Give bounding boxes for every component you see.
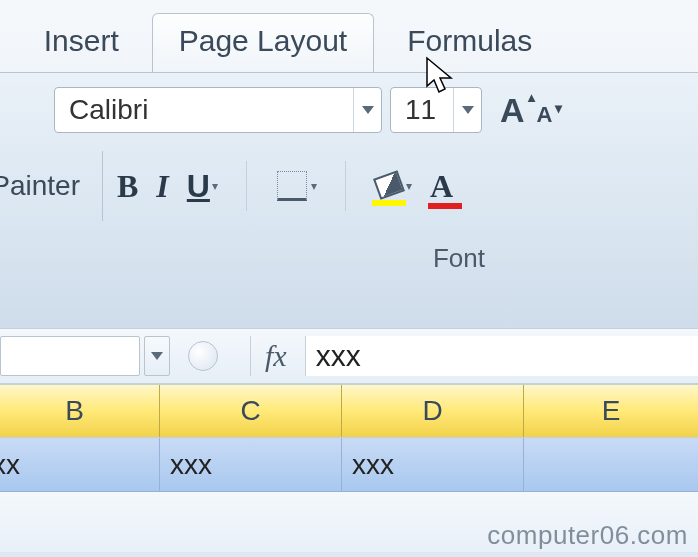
font-name-value: Calibri [55, 94, 162, 126]
fill-color-button[interactable]: ▾ [374, 172, 412, 200]
tab-insert[interactable]: Insert [17, 13, 146, 72]
name-box-dropdown[interactable] [144, 336, 170, 376]
ribbon-font-group: Calibri 11 A▴ A▾ t Painter B I U▾ ▾ ▾ [0, 72, 698, 328]
separator [246, 161, 247, 211]
grow-font-button[interactable]: A▴ [500, 91, 525, 130]
column-header-b[interactable]: B [0, 385, 160, 437]
separator [345, 161, 346, 211]
border-button[interactable]: ▾ [275, 169, 317, 203]
separator [250, 336, 251, 376]
column-header-e[interactable]: E [524, 385, 698, 437]
fx-button[interactable]: fx [265, 339, 287, 373]
italic-button[interactable]: I [156, 168, 168, 205]
tab-page-layout[interactable]: Page Layout [152, 13, 374, 72]
chevron-down-icon[interactable] [453, 88, 481, 132]
tab-home-partial[interactable]: e [0, 13, 11, 72]
cell-b[interactable]: xx [0, 438, 160, 491]
bold-button[interactable]: B [117, 168, 138, 205]
name-box[interactable] [0, 336, 140, 376]
chevron-down-icon[interactable] [353, 88, 381, 132]
column-headers: B C D E [0, 384, 698, 438]
formula-bar: fx xxx [0, 328, 698, 384]
cell-d[interactable]: xxx [342, 438, 524, 491]
font-color-icon: A [430, 168, 453, 205]
font-color-button[interactable]: A [430, 168, 453, 205]
underline-button[interactable]: U▾ [187, 168, 218, 205]
column-header-d[interactable]: D [342, 385, 524, 437]
font-name-combo[interactable]: Calibri [54, 87, 382, 133]
cancel-formula-icon[interactable] [188, 341, 218, 371]
cell-e[interactable] [524, 438, 698, 491]
separator [102, 151, 103, 221]
formula-input[interactable]: xxx [305, 336, 698, 376]
font-size-value: 11 [391, 94, 450, 126]
column-header-c[interactable]: C [160, 385, 342, 437]
ribbon-group-label: Font [238, 243, 680, 274]
bucket-icon [374, 172, 404, 200]
table-row: xx xxx xxx [0, 438, 698, 492]
watermark: computer06.com [487, 520, 688, 551]
format-painter-label-partial[interactable]: t Painter [0, 170, 88, 202]
tab-formulas[interactable]: Formulas [380, 13, 559, 72]
border-icon [275, 169, 309, 203]
cell-c[interactable]: xxx [160, 438, 342, 491]
shrink-font-button[interactable]: A▾ [537, 102, 553, 128]
font-size-combo[interactable]: 11 [390, 87, 482, 133]
